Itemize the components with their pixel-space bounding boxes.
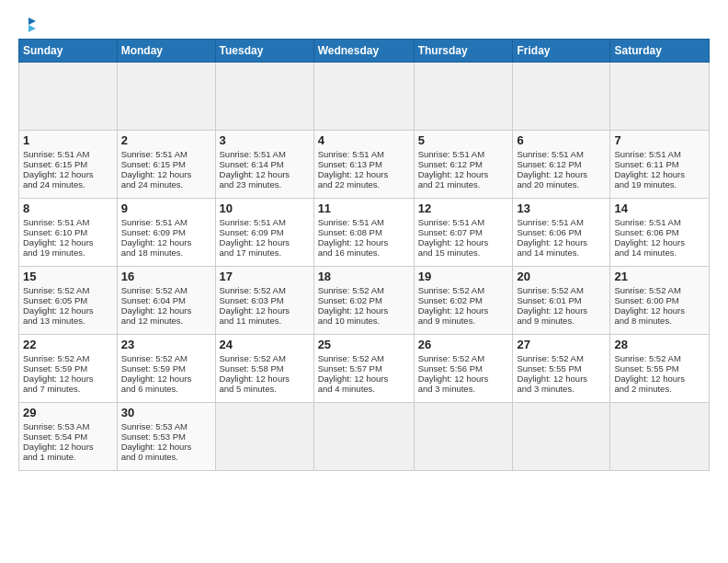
day-number: 26 (418, 338, 509, 351)
sunset-text: Sunset: 5:55 PM (614, 363, 678, 373)
sunrise-text: Sunrise: 5:51 AM (220, 217, 286, 227)
day-cell (610, 403, 710, 471)
day-cell: 10Sunrise: 5:51 AMSunset: 6:09 PMDayligh… (215, 199, 313, 267)
day-cell (19, 63, 118, 131)
sunrise-text: Sunrise: 5:53 AM (121, 421, 188, 431)
day-cell: 9Sunrise: 5:51 AMSunset: 6:09 PMDaylight… (117, 199, 215, 267)
daylight-label: Daylight: 12 hours (614, 373, 685, 384)
day-cell (513, 63, 610, 131)
sunset-text: Sunset: 5:59 PM (121, 363, 186, 373)
svg-marker-1 (28, 25, 36, 32)
daylight-minutes: and 24 minutes. (23, 179, 85, 190)
day-number: 11 (318, 201, 410, 215)
day-number: 30 (121, 406, 211, 419)
sunset-text: Sunset: 6:00 PM (614, 295, 678, 305)
daylight-label: Daylight: 12 hours (318, 237, 389, 247)
sunrise-text: Sunrise: 5:51 AM (318, 217, 384, 227)
day-cell (414, 63, 513, 131)
day-cell: 7Sunrise: 5:51 AMSunset: 6:11 PMDaylight… (610, 131, 710, 199)
day-cell: 6Sunrise: 5:51 AMSunset: 6:12 PMDaylight… (513, 131, 610, 199)
logo (18, 17, 37, 29)
day-cell: 13Sunrise: 5:51 AMSunset: 6:06 PMDayligh… (513, 199, 610, 267)
sunrise-text: Sunrise: 5:51 AM (23, 217, 89, 227)
day-number: 9 (121, 201, 211, 215)
sunrise-text: Sunrise: 5:52 AM (418, 285, 484, 295)
sunset-text: Sunset: 6:08 PM (318, 227, 382, 237)
week-row-3: 15Sunrise: 5:52 AMSunset: 6:05 PMDayligh… (19, 267, 710, 335)
col-header-friday: Friday (513, 40, 610, 63)
day-number: 8 (23, 201, 113, 215)
day-number: 7 (614, 133, 705, 147)
daylight-minutes: and 8 minutes. (614, 316, 671, 326)
daylight-minutes: and 20 minutes. (517, 179, 579, 190)
daylight-label: Daylight: 12 hours (614, 237, 685, 247)
day-number: 25 (318, 338, 410, 351)
day-cell: 11Sunrise: 5:51 AMSunset: 6:08 PMDayligh… (313, 199, 414, 267)
day-cell: 29Sunrise: 5:53 AMSunset: 5:54 PMDayligh… (19, 403, 118, 471)
sunset-text: Sunset: 5:57 PM (318, 363, 382, 373)
daylight-minutes: and 1 minute. (23, 452, 76, 462)
daylight-minutes: and 16 minutes. (318, 247, 381, 258)
daylight-minutes: and 22 minutes. (318, 179, 381, 190)
day-cell: 25Sunrise: 5:52 AMSunset: 5:57 PMDayligh… (313, 335, 414, 403)
day-cell: 17Sunrise: 5:52 AMSunset: 6:03 PMDayligh… (215, 267, 313, 335)
sunrise-text: Sunrise: 5:51 AM (418, 149, 484, 159)
header (18, 17, 710, 29)
daylight-minutes: and 18 minutes. (121, 247, 184, 258)
day-number: 16 (121, 270, 211, 283)
col-header-saturday: Saturday (610, 40, 710, 63)
day-number: 27 (517, 338, 606, 351)
daylight-label: Daylight: 12 hours (220, 373, 290, 384)
daylight-minutes: and 11 minutes. (220, 316, 282, 326)
sunset-text: Sunset: 5:56 PM (418, 363, 483, 373)
day-cell: 26Sunrise: 5:52 AMSunset: 5:56 PMDayligh… (414, 335, 513, 403)
day-number: 12 (418, 201, 509, 215)
sunset-text: Sunset: 5:59 PM (23, 363, 87, 373)
day-number: 4 (318, 133, 410, 147)
sunrise-text: Sunrise: 5:52 AM (318, 353, 384, 363)
col-header-tuesday: Tuesday (215, 40, 313, 63)
day-cell (313, 403, 414, 471)
daylight-minutes: and 10 minutes. (318, 316, 381, 326)
sunset-text: Sunset: 6:06 PM (517, 227, 581, 237)
day-cell (610, 63, 710, 131)
daylight-minutes: and 3 minutes. (517, 384, 574, 394)
svg-marker-0 (28, 17, 36, 25)
sunset-text: Sunset: 6:05 PM (23, 295, 87, 305)
sunrise-text: Sunrise: 5:51 AM (614, 217, 680, 227)
day-cell (513, 403, 610, 471)
daylight-minutes: and 6 minutes. (121, 384, 178, 394)
daylight-label: Daylight: 12 hours (517, 237, 587, 247)
col-header-thursday: Thursday (414, 40, 513, 63)
daylight-label: Daylight: 12 hours (318, 305, 389, 316)
daylight-label: Daylight: 12 hours (23, 442, 94, 452)
sunset-text: Sunset: 6:01 PM (517, 295, 581, 305)
daylight-label: Daylight: 12 hours (23, 237, 94, 247)
day-cell: 14Sunrise: 5:51 AMSunset: 6:06 PMDayligh… (610, 199, 710, 267)
day-number: 13 (517, 201, 606, 215)
day-cell: 18Sunrise: 5:52 AMSunset: 6:02 PMDayligh… (313, 267, 414, 335)
daylight-label: Daylight: 12 hours (23, 305, 94, 316)
sunset-text: Sunset: 6:02 PM (318, 295, 382, 305)
week-row-1: 1Sunrise: 5:51 AMSunset: 6:15 PMDaylight… (19, 131, 710, 199)
day-number: 5 (418, 133, 509, 147)
daylight-minutes: and 15 minutes. (418, 247, 481, 258)
sunrise-text: Sunrise: 5:51 AM (614, 149, 680, 159)
daylight-label: Daylight: 12 hours (614, 169, 685, 179)
sunrise-text: Sunrise: 5:51 AM (121, 217, 188, 227)
sunset-text: Sunset: 6:15 PM (121, 159, 186, 169)
day-number: 20 (517, 270, 606, 283)
day-cell: 28Sunrise: 5:52 AMSunset: 5:55 PMDayligh… (610, 335, 710, 403)
sunrise-text: Sunrise: 5:51 AM (517, 149, 583, 159)
day-number: 14 (614, 201, 705, 215)
sunrise-text: Sunrise: 5:52 AM (418, 353, 484, 363)
sunset-text: Sunset: 6:12 PM (517, 159, 581, 169)
day-number: 21 (614, 270, 705, 283)
daylight-label: Daylight: 12 hours (121, 305, 192, 316)
sunset-text: Sunset: 6:12 PM (418, 159, 483, 169)
sunrise-text: Sunrise: 5:52 AM (614, 285, 680, 295)
day-cell: 12Sunrise: 5:51 AMSunset: 6:07 PMDayligh… (414, 199, 513, 267)
page: SundayMondayTuesdayWednesdayThursdayFrid… (0, 0, 728, 480)
week-row-5: 29Sunrise: 5:53 AMSunset: 5:54 PMDayligh… (19, 403, 710, 471)
daylight-minutes: and 12 minutes. (121, 316, 184, 326)
